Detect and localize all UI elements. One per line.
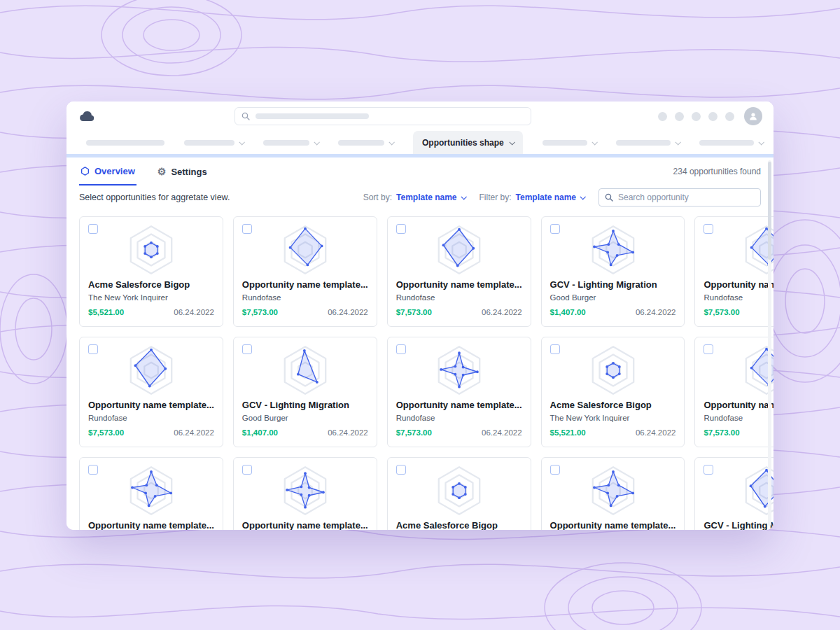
card-checkbox[interactable] bbox=[88, 344, 98, 354]
nav-item-skeleton[interactable] bbox=[338, 140, 393, 146]
opportunity-card[interactable]: GCV - Lighting Migration Good Burger $1,… bbox=[233, 337, 377, 447]
opportunity-card[interactable]: Opportunity name template... Rundofase $… bbox=[233, 457, 377, 530]
opportunity-search-input[interactable] bbox=[618, 192, 755, 202]
radar-chart bbox=[242, 465, 368, 516]
card-title: Opportunity name template... bbox=[550, 520, 676, 530]
card-date: 06.24.2022 bbox=[482, 308, 522, 316]
opportunity-search bbox=[598, 188, 761, 206]
radar-chart bbox=[396, 465, 522, 516]
user-avatar[interactable] bbox=[744, 107, 762, 125]
view-tabs: Overview ⚙ Settings 234 opportunities fo… bbox=[79, 158, 761, 186]
opportunity-card[interactable]: Opportunity name template... Rundofase $… bbox=[694, 216, 774, 327]
chevron-down-icon bbox=[461, 194, 466, 200]
filter-dropdown[interactable]: Filter by: Template name bbox=[479, 192, 585, 202]
card-checkbox[interactable] bbox=[242, 465, 252, 475]
tab-settings[interactable]: ⚙ Settings bbox=[156, 158, 209, 186]
radar-chart bbox=[88, 225, 214, 275]
sort-label: Sort by: bbox=[363, 192, 392, 202]
tab-overview[interactable]: Overview bbox=[79, 158, 136, 186]
opportunity-card[interactable]: GCV - Lighting Migration Good Burger $1,… bbox=[694, 457, 774, 530]
card-footer: $5,521.00 06.24.2022 bbox=[88, 308, 214, 316]
opportunity-card[interactable]: Opportunity name template... Rundofase $… bbox=[233, 216, 377, 327]
opportunity-card[interactable]: Opportunity name template... Rundofase $… bbox=[79, 337, 223, 447]
toolbar-icon-5[interactable] bbox=[725, 112, 734, 121]
opportunity-card[interactable]: GCV - Lighting Migration Good Burger $1,… bbox=[541, 216, 685, 327]
chevron-down-icon bbox=[580, 194, 585, 200]
card-title: Acme Salesforce Bigop bbox=[88, 279, 214, 290]
cloud-logo-icon bbox=[78, 109, 96, 123]
tab-overview-label: Overview bbox=[94, 166, 135, 176]
radar-chart bbox=[550, 225, 676, 275]
card-title: GCV - Lighting Migration bbox=[550, 279, 676, 290]
top-bar bbox=[66, 102, 774, 131]
radar-chart bbox=[704, 345, 774, 396]
card-checkbox[interactable] bbox=[242, 224, 252, 234]
opportunity-card[interactable]: Opportunity name template... Rundofase $… bbox=[387, 337, 531, 447]
card-checkbox[interactable] bbox=[704, 224, 713, 234]
toolbar-icon-4[interactable] bbox=[708, 112, 718, 121]
card-checkbox[interactable] bbox=[704, 344, 713, 354]
scrollbar-thumb[interactable] bbox=[768, 162, 771, 260]
card-checkbox[interactable] bbox=[242, 344, 252, 354]
nav-tab-opportunities-shape[interactable]: Opportunities shape bbox=[413, 131, 523, 154]
nav-item-skeleton[interactable] bbox=[263, 140, 318, 146]
search-placeholder-skeleton bbox=[255, 113, 369, 119]
opportunity-card[interactable]: Acme Salesforce Bigop The New York Inqui… bbox=[541, 337, 685, 447]
card-checkbox[interactable] bbox=[550, 224, 560, 234]
card-price: $5,521.00 bbox=[550, 428, 586, 437]
card-subtitle: Rundofase bbox=[396, 293, 522, 302]
global-search-input[interactable] bbox=[234, 107, 531, 125]
card-date: 06.24.2022 bbox=[482, 428, 522, 437]
chevron-down-icon bbox=[388, 139, 394, 145]
main-content: Overview ⚙ Settings 234 opportunities fo… bbox=[66, 158, 774, 530]
card-checkbox[interactable] bbox=[396, 465, 406, 475]
card-checkbox[interactable] bbox=[88, 465, 98, 475]
cards-grid: Acme Salesforce Bigop The New York Inqui… bbox=[79, 216, 761, 530]
opportunity-card[interactable]: Acme Salesforce Bigop The New York Inqui… bbox=[387, 457, 531, 530]
card-price: $7,573.00 bbox=[242, 308, 278, 316]
opportunity-card[interactable]: Opportunity name template... Rundofase $… bbox=[694, 337, 774, 447]
card-date: 06.24.2022 bbox=[328, 308, 368, 316]
card-subtitle: The New York Inquirer bbox=[88, 293, 214, 302]
card-subtitle: Rundofase bbox=[704, 414, 774, 422]
sort-dropdown[interactable]: Sort by: Template name bbox=[363, 192, 465, 202]
nav-item-skeleton[interactable] bbox=[699, 140, 763, 146]
person-icon bbox=[748, 111, 758, 121]
card-date: 06.24.2022 bbox=[174, 308, 214, 316]
card-title: Opportunity name template... bbox=[396, 279, 522, 290]
card-title: Acme Salesforce Bigop bbox=[396, 520, 522, 530]
card-footer: $1,407.00 06.24.2022 bbox=[550, 308, 676, 316]
toolbar-icon-3[interactable] bbox=[692, 112, 701, 121]
card-checkbox[interactable] bbox=[704, 465, 713, 475]
card-checkbox[interactable] bbox=[396, 224, 406, 234]
opportunity-card[interactable]: Opportunity name template... Rundofase $… bbox=[541, 457, 685, 530]
opportunity-card[interactable]: Acme Salesforce Bigop The New York Inqui… bbox=[79, 216, 223, 327]
nav-tab-label: Opportunities shape bbox=[422, 138, 504, 148]
toolbar-icon-1[interactable] bbox=[658, 112, 667, 121]
nav-item-skeleton[interactable] bbox=[86, 140, 164, 146]
opportunity-card[interactable]: Opportunity name template... Rundofase $… bbox=[387, 216, 531, 327]
radar-chart bbox=[704, 225, 774, 275]
nav-item-skeleton[interactable] bbox=[542, 140, 596, 146]
nav-item-skeleton[interactable] bbox=[616, 140, 680, 146]
search-icon bbox=[241, 112, 250, 120]
card-title: GCV - Lighting Migration bbox=[242, 400, 368, 410]
card-footer: $1,407.00 06.24.2022 bbox=[242, 428, 368, 437]
hexagon-icon bbox=[80, 167, 90, 176]
card-checkbox[interactable] bbox=[396, 344, 406, 354]
card-subtitle: Rundofase bbox=[704, 293, 774, 302]
nav-item-skeleton[interactable] bbox=[184, 140, 244, 146]
card-footer: $7,573.00 06.24.2022 bbox=[242, 308, 368, 316]
card-date: 06.24.2022 bbox=[636, 308, 676, 316]
card-price: $1,407.00 bbox=[550, 308, 586, 316]
card-subtitle: Rundofase bbox=[88, 414, 214, 422]
radar-chart bbox=[704, 465, 774, 516]
card-checkbox[interactable] bbox=[550, 465, 560, 475]
card-checkbox[interactable] bbox=[88, 224, 98, 234]
radar-chart bbox=[550, 345, 676, 396]
radar-chart bbox=[88, 345, 214, 396]
opportunity-card[interactable]: Opportunity name template... Rundofase $… bbox=[79, 457, 223, 530]
card-checkbox[interactable] bbox=[550, 344, 560, 354]
toolbar-icon-2[interactable] bbox=[675, 112, 684, 121]
scrollbar bbox=[768, 160, 771, 526]
